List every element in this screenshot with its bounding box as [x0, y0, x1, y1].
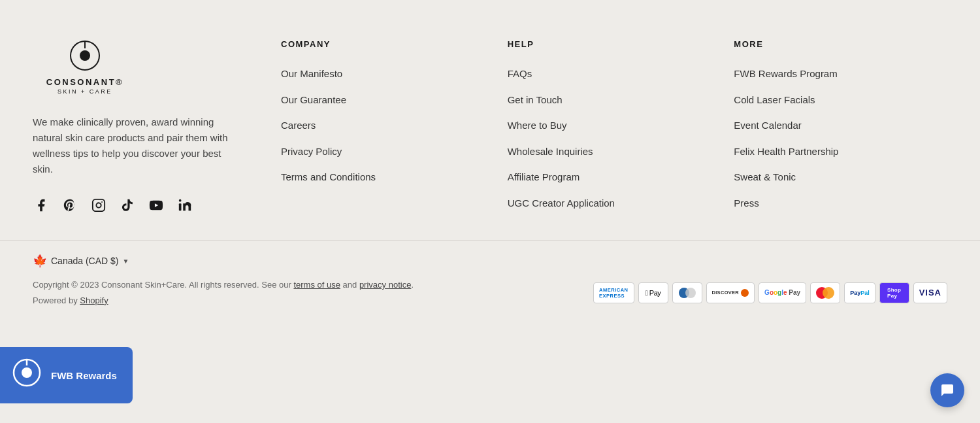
- more-column: MORE FWB Rewards Program Cold Laser Faci…: [721, 39, 947, 214]
- our-manifesto-link[interactable]: Our Manifesto: [281, 68, 342, 79]
- affiliate-program-link[interactable]: Affiliate Program: [508, 171, 580, 182]
- company-column-title: COMPANY: [281, 39, 482, 49]
- brand-name: CONSONANT® SKIN + CARE: [46, 77, 123, 95]
- more-links: FWB Rewards Program Cold Laser Facials E…: [734, 67, 934, 209]
- footer-bottom-row: Copyright © 2023 Consonant Skin+Care. Al…: [33, 279, 947, 307]
- applepay-payment-icon:  Pay: [638, 282, 668, 303]
- press-link[interactable]: Press: [734, 197, 759, 209]
- list-item: Careers: [281, 119, 482, 132]
- cold-laser-link[interactable]: Cold Laser Facials: [734, 94, 815, 105]
- mastercard-payment-icon: [810, 282, 840, 303]
- help-column: HELP FAQs Get in Touch Where to Buy Whol…: [495, 39, 721, 214]
- fwb-widget-icon: [10, 356, 43, 389]
- list-item: Wholesale Inquiries: [508, 145, 708, 158]
- terms-conditions-link[interactable]: Terms and Conditions: [281, 171, 376, 182]
- svg-rect-3: [93, 199, 105, 211]
- careers-link[interactable]: Careers: [281, 120, 316, 131]
- shoppay-payment-icon: ShopPay: [879, 282, 909, 303]
- tiktok-icon[interactable]: [119, 197, 136, 214]
- paypal-payment-icon: PayPal: [844, 282, 875, 303]
- our-guarantee-link[interactable]: Our Guarantee: [281, 94, 346, 105]
- where-to-buy-link[interactable]: Where to Buy: [508, 120, 567, 131]
- list-item: Our Manifesto: [281, 67, 482, 80]
- faqs-link[interactable]: FAQs: [508, 68, 532, 79]
- svg-point-1: [80, 50, 90, 61]
- payment-icons: AMERICANEXPRESS  Pay DISCOVER Google Pa…: [593, 282, 947, 303]
- chat-icon: [939, 382, 955, 398]
- more-column-title: MORE: [734, 39, 934, 49]
- diners-payment-icon: [672, 282, 702, 303]
- visa-payment-icon: VISA: [913, 282, 947, 303]
- brand-description: We make clinically proven, award winning…: [33, 114, 229, 177]
- instagram-icon[interactable]: [90, 197, 107, 214]
- gpay-payment-icon: Google Pay: [759, 282, 806, 303]
- company-column: COMPANY Our Manifesto Our Guarantee Care…: [268, 39, 495, 214]
- list-item: Our Guarantee: [281, 93, 482, 107]
- fwb-rewards-link[interactable]: FWB Rewards Program: [734, 68, 837, 79]
- copyright: Copyright © 2023 Consonant Skin+Care. Al…: [33, 279, 414, 292]
- help-column-title: HELP: [508, 39, 708, 49]
- canada-flag-icon: 🍁: [33, 254, 47, 268]
- social-icons-group: [33, 197, 242, 214]
- list-item: Get in Touch: [508, 93, 708, 107]
- chevron-down-icon: ▼: [123, 258, 129, 265]
- locale-label: Canada (CAD $): [51, 256, 119, 266]
- svg-point-7: [179, 199, 182, 202]
- sweat-tonic-link[interactable]: Sweat & Tonic: [734, 171, 796, 182]
- list-item: Press: [734, 197, 934, 210]
- list-item: UGC Creator Application: [508, 197, 708, 210]
- nav-columns: COMPANY Our Manifesto Our Guarantee Care…: [268, 39, 947, 214]
- brand-logo-icon: [69, 39, 101, 72]
- footer-main: CONSONANT® SKIN + CARE We make clinicall…: [0, 0, 980, 240]
- facebook-icon[interactable]: [33, 197, 50, 214]
- ugc-creator-link[interactable]: UGC Creator Application: [508, 197, 615, 209]
- youtube-icon[interactable]: [148, 197, 165, 214]
- powered-by: Powered by Shopify: [33, 294, 414, 307]
- brand-column: CONSONANT® SKIN + CARE We make clinicall…: [33, 39, 268, 214]
- list-item: Event Calendar: [734, 119, 934, 132]
- felix-health-link[interactable]: Felix Health Partnership: [734, 146, 838, 157]
- event-calendar-link[interactable]: Event Calendar: [734, 120, 801, 131]
- privacy-policy-link[interactable]: Privacy Policy: [281, 146, 342, 157]
- list-item: FWB Rewards Program: [734, 67, 934, 80]
- list-item: Where to Buy: [508, 119, 708, 132]
- logo-container: CONSONANT® SKIN + CARE: [33, 39, 137, 95]
- footer-bottom: 🍁 Canada (CAD $) ▼ Copyright © 2023 Cons…: [0, 240, 980, 326]
- get-in-touch-link[interactable]: Get in Touch: [508, 94, 563, 105]
- discover-payment-icon: DISCOVER: [706, 282, 755, 303]
- company-links: Our Manifesto Our Guarantee Careers Priv…: [281, 67, 482, 184]
- list-item: Terms and Conditions: [281, 171, 482, 184]
- list-item: Felix Health Partnership: [734, 145, 934, 158]
- privacy-link[interactable]: privacy notice: [359, 280, 411, 290]
- shopify-link[interactable]: Shopify: [80, 296, 108, 305]
- chat-widget[interactable]: [930, 373, 964, 407]
- linkedin-icon[interactable]: [176, 197, 193, 214]
- svg-point-9: [22, 367, 32, 378]
- list-item: FAQs: [508, 67, 708, 80]
- fwb-rewards-widget[interactable]: FWB Rewards: [0, 347, 133, 403]
- locale-selector[interactable]: 🍁 Canada (CAD $) ▼: [33, 254, 947, 268]
- wholesale-inquiries-link[interactable]: Wholesale Inquiries: [508, 146, 593, 157]
- list-item: Affiliate Program: [508, 171, 708, 184]
- list-item: Sweat & Tonic: [734, 171, 934, 184]
- list-item: Cold Laser Facials: [734, 93, 934, 107]
- copyright-text: Copyright © 2023 Consonant Skin+Care. Al…: [33, 279, 414, 307]
- svg-rect-6: [179, 203, 182, 211]
- help-links: FAQs Get in Touch Where to Buy Wholesale…: [508, 67, 708, 209]
- terms-link[interactable]: terms of use: [293, 280, 340, 290]
- amex-payment-icon: AMERICANEXPRESS: [593, 282, 634, 303]
- pinterest-icon[interactable]: [61, 197, 78, 214]
- fwb-widget-label: FWB Rewards: [51, 370, 117, 381]
- list-item: Privacy Policy: [281, 145, 482, 158]
